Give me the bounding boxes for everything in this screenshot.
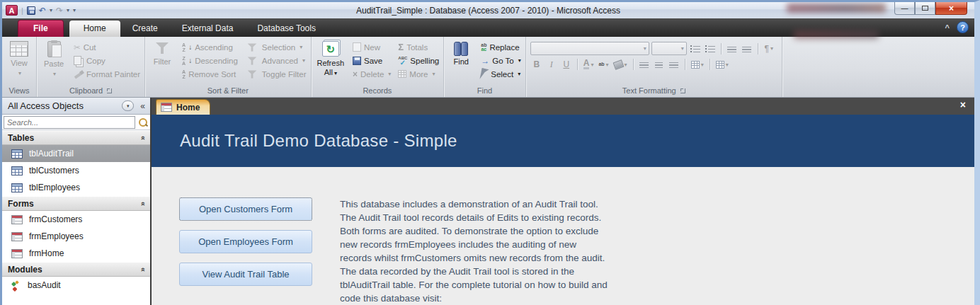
font-size-combobox[interactable]: ▾ — [651, 42, 687, 55]
dropdown-caret-icon: ▾ — [644, 45, 646, 52]
view-audit-trail-table-button[interactable]: View Audit Trail Table — [179, 263, 312, 286]
nav-item-basAudit[interactable]: basAudit — [2, 277, 150, 294]
close-document-icon[interactable]: × — [960, 100, 966, 110]
shutter-bar-close-icon[interactable]: « — [138, 101, 147, 111]
tab-file[interactable]: File — [18, 20, 64, 37]
copy-button[interactable]: Copy — [71, 54, 143, 67]
nav-item-frmEmployees[interactable]: frmEmployees — [2, 228, 150, 245]
nav-item-tblCustomers[interactable]: tblCustomers — [2, 162, 150, 179]
descending-button[interactable]: ZA ↓ Descending — [179, 54, 241, 67]
delete-record-button[interactable]: ×Delete▾ — [350, 68, 394, 80]
search-input[interactable] — [4, 116, 135, 129]
align-center-button[interactable] — [653, 58, 666, 71]
spelling-button[interactable]: ABC✓Spelling — [395, 54, 442, 67]
filter-button[interactable]: Filter — [147, 39, 178, 67]
ribbon-tab-row: File Home Create External Data Database … — [2, 18, 974, 37]
go-to-arrow-icon: → — [481, 56, 489, 66]
paste-button[interactable]: Paste▾ — [38, 39, 69, 79]
find-button[interactable]: Find — [445, 39, 477, 67]
underline-button[interactable]: U — [560, 58, 573, 71]
select-button[interactable]: Select▾ — [478, 68, 524, 80]
nav-section-modules[interactable]: Modules » — [2, 262, 150, 277]
customize-qat-icon[interactable]: ▾ — [73, 7, 76, 13]
toggle-filter-button[interactable]: Toggle Filter — [242, 68, 309, 80]
advanced-button[interactable]: Advanced▾ — [242, 54, 309, 67]
form-body: Open Customers Form Open Employees Form … — [152, 167, 974, 305]
collapse-section-icon[interactable]: » — [138, 135, 147, 139]
tab-database-tools[interactable]: Database Tools — [245, 21, 328, 37]
bold-button[interactable]: B — [530, 58, 543, 71]
tab-home[interactable]: Home — [69, 21, 120, 37]
dropdown-caret-icon: ▾ — [18, 70, 21, 76]
replace-button[interactable]: abacReplace — [478, 41, 524, 53]
refresh-all-button[interactable]: ↻ RefreshAll▾ — [313, 39, 349, 79]
help-icon[interactable]: ? — [957, 21, 969, 33]
save-record-button[interactable]: Save — [350, 54, 394, 67]
paint-bucket-icon — [612, 59, 624, 70]
nav-section-forms[interactable]: Forms » — [2, 196, 150, 211]
blurred-watermark — [787, 4, 886, 13]
decrease-indent-button[interactable] — [726, 42, 739, 55]
nav-section-tables[interactable]: Tables » — [2, 130, 150, 145]
go-to-button[interactable]: →Go To▾ — [478, 54, 524, 67]
save-icon[interactable] — [27, 6, 35, 15]
format-painter-button[interactable]: Format Painter — [71, 68, 143, 80]
ascending-button[interactable]: AZ ↓ Ascending — [179, 41, 241, 53]
collapse-section-icon[interactable]: » — [138, 201, 147, 205]
view-button[interactable]: View▾ — [4, 39, 35, 79]
nav-item-tblAuditTrail[interactable]: tblAuditTrail — [2, 145, 150, 162]
document-tab-home[interactable]: Home — [156, 99, 210, 115]
maximize-button[interactable] — [915, 2, 935, 15]
cut-button[interactable]: ✂Cut — [71, 41, 143, 53]
undo-icon[interactable]: ↶ — [39, 6, 46, 16]
text-direction-button[interactable]: ¶▾ — [763, 42, 775, 55]
datasheet-view-icon — [10, 41, 28, 57]
open-customers-form-button[interactable]: Open Customers Form — [179, 197, 312, 221]
selection-button[interactable]: Selection▾ — [242, 41, 309, 53]
table-icon — [11, 166, 23, 175]
gridlines-button[interactable]: ▾ — [690, 58, 705, 71]
nav-item-frmCustomers[interactable]: frmCustomers — [2, 211, 150, 228]
ribbon: View▾ Views Paste▾ ✂Cut Copy Format Pain… — [2, 37, 974, 98]
totals-button[interactable]: ΣTotals — [395, 41, 442, 53]
redo-icon[interactable]: ↷ — [56, 6, 63, 16]
open-employees-form-button[interactable]: Open Employees Form — [179, 230, 312, 253]
text-formatting-dialog-launcher-icon[interactable] — [680, 88, 685, 93]
collapse-section-icon[interactable]: » — [138, 267, 147, 271]
nav-pane-header[interactable]: All Access Objects ▾ « — [2, 98, 150, 115]
dropdown-caret-icon: ▾ — [302, 57, 305, 64]
align-right-button[interactable] — [668, 58, 680, 71]
alternate-row-color-button[interactable]: ▾ — [714, 58, 730, 71]
align-left-button[interactable] — [638, 58, 651, 71]
nav-item-frmHome[interactable]: frmHome — [2, 245, 150, 262]
access-app-icon[interactable]: A — [6, 5, 18, 16]
numbering-button[interactable] — [704, 42, 717, 55]
clipboard-dialog-launcher-icon[interactable] — [107, 88, 112, 93]
redo-dropdown-icon[interactable]: ▾ — [67, 7, 69, 13]
new-record-button[interactable]: New — [350, 41, 394, 53]
form-header-banner: Audit Trail Demo Database - Simple — [152, 115, 974, 167]
highlight-button[interactable]: ab▾ — [597, 58, 610, 71]
minimize-button[interactable]: — — [894, 2, 915, 15]
font-color-button[interactable]: A▾ — [582, 58, 596, 71]
italic-button[interactable]: I — [545, 58, 558, 71]
increase-indent-button[interactable] — [741, 42, 753, 55]
numbering-icon — [705, 45, 715, 52]
background-color-button[interactable]: ▾ — [612, 58, 629, 71]
nav-item-tblEmployees[interactable]: tblEmployees — [2, 179, 150, 196]
tab-external-data[interactable]: External Data — [170, 21, 246, 37]
ribbon-group-find: Find abacReplace →Go To▾ Select▾ Find — [444, 37, 526, 97]
bullets-button[interactable] — [689, 42, 702, 55]
more-button[interactable]: More▾ — [395, 68, 442, 80]
form-icon — [11, 249, 23, 258]
nav-pane-menu-icon[interactable]: ▾ — [122, 100, 134, 111]
close-button[interactable]: × — [935, 2, 967, 15]
ribbon-group-views: View▾ Views — [2, 37, 37, 97]
group-label-text-formatting: Text Formatting — [528, 86, 780, 97]
tab-create[interactable]: Create — [120, 21, 170, 37]
search-icon[interactable] — [137, 117, 149, 128]
font-name-combobox[interactable]: ▾ — [530, 42, 649, 55]
remove-sort-button[interactable]: AZ Remove Sort — [179, 68, 241, 80]
minimize-ribbon-icon[interactable]: ^ — [945, 23, 950, 32]
undo-dropdown-icon[interactable]: ▾ — [50, 7, 52, 13]
